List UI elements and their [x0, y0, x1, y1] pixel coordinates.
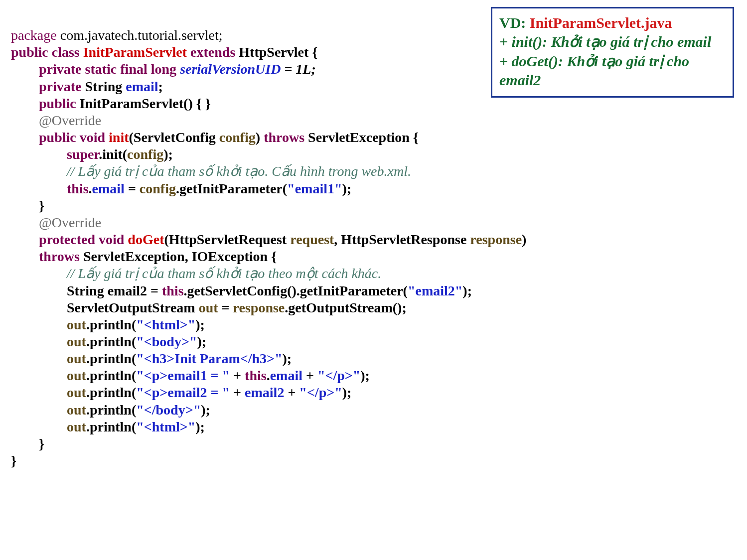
callout-title-line: VD: InitParamServlet.java [499, 13, 726, 32]
string-literal: "<html>" [136, 317, 195, 332]
brace-close: } [39, 198, 44, 213]
callout-note-1: + init(): Khởi tạo giá trị cho email [499, 32, 726, 51]
call-println: .println( [86, 334, 136, 349]
kw-this: this [162, 283, 184, 298]
var-out: out [67, 351, 86, 366]
call-getinit: .getInitParameter( [176, 181, 287, 196]
brace-close: } [11, 453, 16, 468]
kw-final: final [120, 61, 147, 77]
method-init: init [109, 130, 129, 145]
call-println: .println( [86, 419, 136, 434]
call-end: ); [201, 402, 210, 418]
plus: + [230, 368, 245, 383]
var-out: out [67, 402, 86, 418]
class-name: InitParamServlet [83, 44, 187, 60]
call-end: ); [342, 181, 352, 196]
call-end: ); [360, 368, 370, 383]
params-close: ) [522, 232, 526, 247]
var-out: out [199, 300, 218, 315]
comment-1: // Lấy giá trị của tham số khởi tạo. Cấu… [67, 163, 411, 179]
kw-throws: throws [39, 249, 80, 264]
comment-2: // Lấy giá trị của tham số khởi tạo theo… [67, 266, 381, 281]
code-line-15: // Lấy giá trị của tham số khởi tạo theo… [11, 266, 381, 281]
dot: . [267, 368, 270, 383]
var-out: out [67, 419, 86, 434]
decl-email2: String email2 = [67, 283, 162, 298]
code-line-08: super.init(config); [11, 146, 173, 162]
string-email1: "email1" [287, 181, 342, 196]
call-end: ); [197, 334, 206, 349]
call-println: .println( [86, 368, 136, 383]
callout-filename: InitParamServlet.java [530, 14, 672, 31]
param-request: request [290, 232, 334, 247]
call-println: .println( [86, 351, 136, 366]
kw-class: class [52, 44, 80, 60]
code-line-22: out.println("<p>email2 = " + email2 + "<… [11, 385, 351, 400]
params-open: (HttpServletRequest [164, 232, 290, 247]
throws-types: ServletException, IOException { [80, 249, 277, 264]
code-line-01: package com.javatech.tutorial.servlet; [11, 27, 222, 43]
kw-protected: protected [39, 232, 95, 247]
eq: = [125, 181, 140, 196]
call-end: ); [462, 283, 472, 298]
field-suid: serialVersionUID [180, 61, 281, 77]
kw-private: private [39, 61, 82, 77]
string-literal: "<p>email1 = " [136, 368, 230, 383]
kw-long: long [151, 61, 176, 77]
var-out: out [67, 317, 86, 332]
call-end: ); [195, 317, 205, 332]
kw-static: static [85, 61, 117, 77]
code-line-14: throws ServletException, IOException { [11, 249, 277, 264]
code-line-12: @Override [11, 215, 101, 230]
plus: + [230, 385, 245, 400]
plus: + [302, 368, 317, 383]
kw-public: public [11, 44, 48, 60]
string-literal: "<h3>Init Param</h3>" [136, 351, 282, 366]
code-line-16: String email2 = this.getServletConfig().… [11, 283, 472, 298]
string-literal: "<body>" [136, 334, 197, 349]
call-println: .println( [86, 317, 136, 332]
type-string: String [85, 79, 123, 94]
param-response: response [470, 232, 522, 247]
code-line-18: out.println("<html>"); [11, 317, 205, 332]
code-line-05: public InitParamServlet() { } [11, 96, 211, 111]
code-line-13: protected void doGet(HttpServletRequest … [11, 232, 526, 247]
call-end: ); [163, 146, 173, 162]
eq: = [218, 300, 233, 315]
pkg-path: com.javatech.tutorial.servlet; [57, 27, 223, 43]
code-line-25: } [11, 436, 44, 451]
call-getos: .getOutputStream(); [285, 300, 406, 315]
code-line-03: private static final long serialVersionU… [11, 61, 316, 77]
code-line-02: public class InitParamServlet extends Ht… [11, 44, 317, 60]
kw-private: private [39, 79, 82, 94]
code-line-06: @Override [11, 113, 101, 128]
callout-box: VD: InitParamServlet.java + init(): Khởi… [491, 7, 734, 98]
dot: . [89, 181, 92, 196]
semicolon: ; [158, 79, 163, 94]
code-line-17: ServletOutputStream out = response.getOu… [11, 300, 407, 315]
string-literal: "</p>" [317, 368, 360, 383]
call-println: .println( [86, 402, 136, 418]
var-out: out [67, 334, 86, 349]
callout-note-2: + doGet(): Khởi tạo giá trị cho email2 [499, 52, 726, 90]
kw-public: public [39, 130, 76, 145]
var-out: out [67, 385, 86, 400]
code-line-09: // Lấy giá trị của tham số khởi tạo. Cấu… [11, 163, 411, 179]
code-line-19: out.println("<body>"); [11, 334, 206, 349]
call-init: .init( [99, 146, 127, 162]
kw-throws: throws [264, 130, 304, 145]
string-literal: "<p>email2 = " [136, 385, 230, 400]
superclass: HttpServlet { [239, 44, 317, 60]
kw-public: public [39, 96, 76, 111]
params-mid: , HttpServletResponse [334, 232, 470, 247]
string-literal: "</p>" [299, 385, 342, 400]
code-line-24: out.println("<html>"); [11, 419, 205, 434]
type-sos: ServletOutputStream [67, 300, 199, 315]
kw-extends: extends [190, 44, 235, 60]
arg-config: config [127, 146, 163, 162]
anno-override: @Override [39, 215, 101, 230]
var-email2: email2 [245, 385, 284, 400]
field-email: email [270, 368, 302, 383]
kw-void: void [99, 232, 124, 247]
kw-package: package [11, 27, 57, 43]
